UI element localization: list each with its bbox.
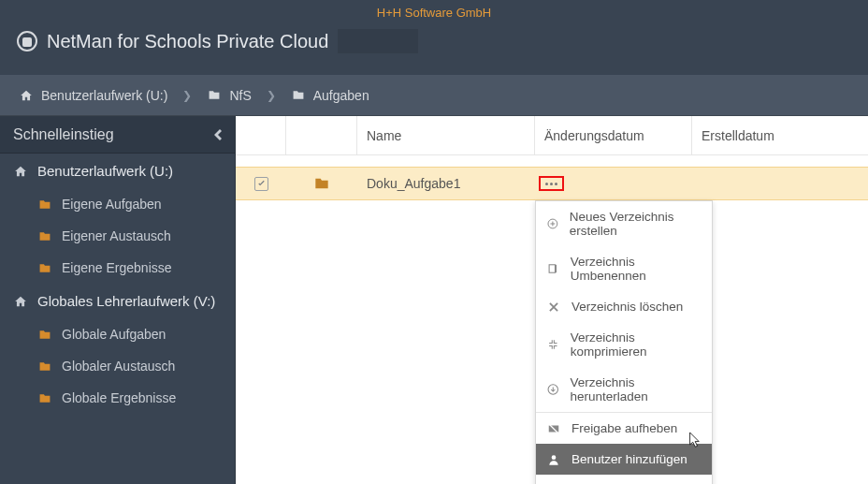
- user-icon: [547, 453, 560, 466]
- context-menu: Neues Verzeichnis erstellen Verzeichnis …: [535, 200, 713, 484]
- sidebar-group-label: Globales Lehrerlaufwerk (V:): [37, 293, 215, 309]
- ctx-rename[interactable]: Verzeichnis Umbenennen: [536, 246, 712, 291]
- sidebar-group-user-drive[interactable]: Benutzerlaufwerk (U:): [0, 154, 235, 188]
- sidebar-item-eigener-austausch[interactable]: Eigener Austausch: [0, 220, 235, 252]
- breadcrumb-item-nfs[interactable]: NfS: [207, 88, 251, 103]
- row-checkbox[interactable]: [254, 177, 268, 191]
- ctx-download[interactable]: Verzeichnis herunterladen: [536, 367, 712, 412]
- ctx-new-folder[interactable]: Neues Verzeichnis erstellen: [536, 201, 712, 246]
- rename-icon: [547, 262, 559, 275]
- ctx-label: Neues Verzeichnis erstellen: [570, 210, 701, 238]
- file-listing: Name Änderungsdatum Erstelldatum Doku_Au…: [236, 116, 868, 484]
- plus-circle-icon: [547, 217, 558, 230]
- top-bar: H+H Software GmbH NetMan for Schools Pri…: [0, 0, 868, 75]
- svg-point-4: [552, 455, 557, 460]
- sidebar-item-label: Eigene Aufgaben: [62, 197, 162, 212]
- ctx-unshare[interactable]: Freigabe aufheben: [536, 413, 712, 444]
- chevron-right-icon: ❯: [182, 89, 192, 102]
- sidebar-item-globale-ergebnisse[interactable]: Globale Ergebnisse: [0, 382, 235, 414]
- folder-icon: [291, 89, 306, 101]
- sidebar-item-eigene-aufgaben[interactable]: Eigene Aufgaben: [0, 188, 235, 220]
- home-icon: [19, 89, 34, 102]
- sidebar-group-label: Benutzerlaufwerk (U:): [37, 163, 173, 179]
- column-created[interactable]: Erstelldatum: [692, 116, 868, 154]
- column-modified[interactable]: Änderungsdatum: [535, 116, 692, 154]
- sidebar-header-label: Schnelleinstieg: [13, 126, 114, 143]
- chevron-right-icon: ❯: [267, 89, 276, 102]
- folder-icon: [207, 89, 222, 101]
- home-icon: [13, 295, 28, 308]
- ctx-label: Benutzer hinzufügen: [571, 452, 687, 466]
- svg-rect-1: [549, 265, 555, 272]
- ctx-label: Verzeichnis herunterladen: [571, 375, 701, 403]
- folder-icon: [37, 230, 52, 242]
- ctx-label: Verzeichnis Umbenennen: [571, 255, 701, 283]
- column-name[interactable]: Name: [357, 116, 535, 154]
- ctx-add-user[interactable]: Benutzer hinzufügen: [536, 444, 712, 475]
- sidebar-item-label: Eigener Austausch: [62, 228, 171, 243]
- breadcrumb-item-root[interactable]: Benutzerlaufwerk (U:): [19, 88, 167, 103]
- ctx-label: Verzeichnis komprimieren: [571, 330, 701, 359]
- folder-icon: [37, 360, 52, 373]
- user-badge[interactable]: [338, 29, 418, 53]
- download-circle-icon: [547, 383, 559, 396]
- breadcrumb-label: Benutzerlaufwerk (U:): [41, 88, 167, 103]
- x-icon: [547, 301, 560, 314]
- ctx-compress[interactable]: Verzeichnis komprimieren: [536, 322, 712, 367]
- ctx-delete[interactable]: Verzeichnis löschen: [536, 291, 712, 322]
- app-title: NetMan for Schools Private Cloud: [47, 31, 328, 52]
- sidebar-item-eigene-ergebnisse[interactable]: Eigene Ergebnisse: [0, 252, 235, 284]
- ctx-edit-shares[interactable]: Freigaben bearbeiten: [536, 475, 712, 484]
- check-icon: [256, 179, 267, 189]
- breadcrumb-item-aufgaben[interactable]: Aufgaben: [291, 88, 369, 103]
- sidebar-group-teacher-drive[interactable]: Globales Lehrerlaufwerk (V:): [0, 284, 235, 318]
- sidebar-item-globale-aufgaben[interactable]: Globale Aufgaben: [0, 318, 235, 350]
- unshare-icon: [547, 422, 560, 435]
- table-header: Name Änderungsdatum Erstelldatum: [236, 116, 868, 155]
- compress-icon: [547, 338, 559, 351]
- home-icon: [13, 165, 28, 178]
- ctx-label: Freigabe aufheben: [571, 421, 677, 435]
- sidebar-item-label: Globaler Austausch: [62, 359, 175, 374]
- app-icon: [17, 31, 37, 51]
- folder-icon: [37, 392, 52, 404]
- file-name[interactable]: Doku_Aufgabe1: [357, 168, 535, 199]
- table-row[interactable]: Doku_Aufgabe1: [236, 167, 868, 200]
- sidebar: Schnelleinstieg Benutzerlaufwerk (U:) Ei…: [0, 116, 236, 484]
- chevron-left-icon: [214, 129, 222, 140]
- folder-icon: [37, 198, 52, 211]
- folder-icon: [37, 329, 52, 341]
- sidebar-item-label: Globale Aufgaben: [62, 327, 166, 342]
- folder-icon: [286, 168, 357, 199]
- sidebar-header[interactable]: Schnelleinstieg: [0, 116, 235, 154]
- breadcrumb: Benutzerlaufwerk (U:) ❯ NfS ❯ Aufgaben: [0, 75, 868, 116]
- breadcrumb-label: Aufgaben: [313, 88, 369, 103]
- sidebar-item-label: Globale Ergebnisse: [62, 390, 176, 405]
- breadcrumb-label: NfS: [229, 88, 251, 103]
- company-label: H+H Software GmbH: [0, 0, 868, 20]
- ctx-label: Verzeichnis löschen: [571, 300, 683, 314]
- row-actions-button[interactable]: [539, 176, 564, 191]
- sidebar-item-globaler-austausch[interactable]: Globaler Austausch: [0, 350, 235, 382]
- folder-icon: [37, 262, 52, 274]
- sidebar-item-label: Eigene Ergebnisse: [62, 260, 172, 275]
